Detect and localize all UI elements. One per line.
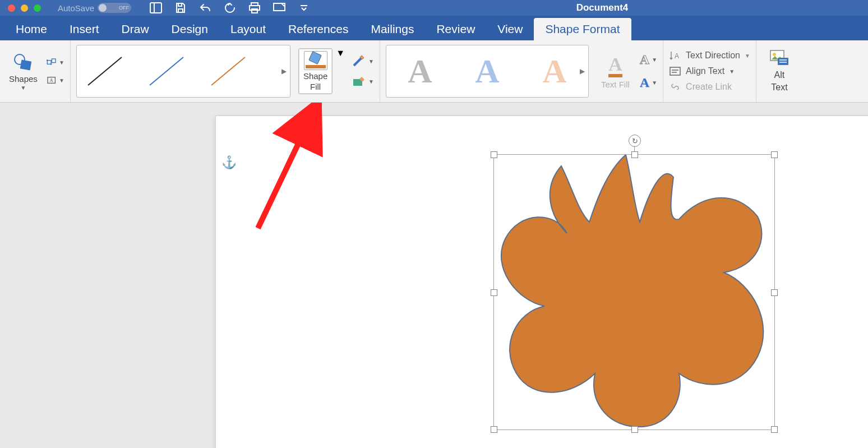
svg-text:A: A bbox=[50, 78, 53, 83]
alt-text-label-1: Alt bbox=[774, 70, 785, 80]
svg-rect-0 bbox=[150, 3, 161, 13]
shape-outline-button[interactable]: ▼ bbox=[352, 54, 374, 68]
window-zoom-button[interactable] bbox=[34, 4, 41, 12]
shape-fill-button[interactable]: Shape Fill bbox=[298, 48, 333, 95]
wordart-preset-1[interactable]: A bbox=[408, 52, 432, 91]
group-accessibility: Alt Text bbox=[756, 40, 802, 102]
page[interactable]: ⚓ ↻ bbox=[216, 116, 868, 448]
tab-shape-format[interactable]: Shape Format bbox=[534, 18, 631, 40]
alt-text-button[interactable]: Alt Text bbox=[762, 50, 797, 93]
tab-design[interactable]: Design bbox=[160, 18, 219, 40]
resize-handle-tm[interactable] bbox=[631, 151, 638, 158]
qat-more-icon[interactable] bbox=[297, 1, 311, 15]
chevron-down-icon: ▼ bbox=[652, 80, 657, 86]
group-shape-styles: ▶ Shape Fill ▼ ▼ ▼ bbox=[71, 40, 380, 102]
align-text-icon bbox=[669, 66, 681, 76]
shape-fill-label-1: Shape bbox=[303, 71, 327, 81]
chevron-down-icon: ▼ bbox=[368, 58, 374, 64]
shapes-icon bbox=[12, 52, 34, 73]
text-direction-button[interactable]: A Text Direction ▼ bbox=[669, 50, 750, 61]
freeform-shape[interactable] bbox=[494, 155, 774, 429]
chevron-down-icon: ▼ bbox=[20, 85, 26, 91]
resize-handle-bm[interactable] bbox=[631, 426, 638, 433]
svg-line-19 bbox=[211, 57, 245, 85]
ribbon-tabs: Home Insert Draw Design Layout Reference… bbox=[0, 16, 868, 40]
autosave-switch[interactable]: OFF bbox=[98, 3, 131, 13]
resize-handle-tr[interactable] bbox=[771, 151, 778, 158]
autosave-toggle[interactable]: AutoSave OFF bbox=[58, 3, 131, 13]
window-minimize-button[interactable] bbox=[21, 4, 28, 12]
text-outline-icon: A bbox=[640, 52, 649, 67]
svg-rect-10 bbox=[20, 60, 32, 71]
chevron-down-icon: ▼ bbox=[368, 78, 374, 85]
style-preset-3[interactable] bbox=[206, 52, 251, 91]
document-title: Document4 bbox=[576, 2, 629, 13]
shape-selection[interactable]: ↻ bbox=[493, 154, 775, 430]
tab-references[interactable]: References bbox=[277, 18, 359, 40]
alt-text-label-2: Text bbox=[771, 82, 787, 93]
svg-rect-27 bbox=[778, 58, 788, 65]
svg-point-26 bbox=[773, 53, 776, 56]
svg-rect-2 bbox=[178, 9, 183, 12]
rotate-handle[interactable]: ↻ bbox=[629, 135, 641, 147]
document-area[interactable]: ⚓ ↻ bbox=[0, 103, 868, 448]
text-fill-button[interactable]: A Text Fill bbox=[597, 54, 634, 89]
svg-point-13 bbox=[47, 59, 48, 61]
wordart-preset-3[interactable]: A bbox=[542, 52, 566, 91]
tab-home[interactable]: Home bbox=[4, 18, 58, 40]
chevron-down-icon: ▼ bbox=[652, 57, 657, 63]
tab-view[interactable]: View bbox=[486, 18, 534, 40]
tab-review[interactable]: Review bbox=[425, 18, 486, 40]
create-link-label: Create Link bbox=[686, 82, 732, 92]
gallery-more-icon[interactable]: ▶ bbox=[281, 67, 287, 75]
shapes-button[interactable]: Shapes ▼ bbox=[6, 49, 41, 93]
align-text-button[interactable]: Align Text ▼ bbox=[669, 66, 750, 76]
print-icon[interactable] bbox=[248, 1, 261, 15]
group-insert-shapes: Shapes ▼ ▼ A ▼ bbox=[0, 40, 71, 102]
resize-handle-mr[interactable] bbox=[771, 289, 778, 296]
anchor-icon: ⚓ bbox=[221, 155, 237, 170]
tab-mailings[interactable]: Mailings bbox=[359, 18, 425, 40]
link-icon bbox=[669, 82, 681, 92]
resize-handle-bl[interactable] bbox=[491, 426, 497, 433]
align-text-label: Align Text bbox=[686, 66, 724, 76]
shapes-label: Shapes bbox=[9, 74, 38, 84]
wordart-preset-2[interactable]: A bbox=[475, 52, 499, 91]
svg-rect-12 bbox=[52, 59, 56, 63]
wordart-gallery[interactable]: A A A ▶ bbox=[386, 45, 589, 98]
quick-access-toolbar bbox=[149, 1, 311, 15]
resize-handle-tl[interactable] bbox=[491, 151, 497, 158]
tab-layout[interactable]: Layout bbox=[219, 18, 277, 40]
group-wordart-styles: A A A ▶ A Text Fill A ▼ A ▼ bbox=[380, 40, 663, 102]
text-outline-button[interactable]: A ▼ bbox=[640, 52, 657, 67]
style-preset-1[interactable] bbox=[82, 52, 127, 91]
text-box-button[interactable]: A ▼ bbox=[47, 73, 64, 87]
tab-draw[interactable]: Draw bbox=[110, 18, 160, 40]
paint-bucket-icon bbox=[304, 51, 327, 70]
create-link-button[interactable]: Create Link bbox=[669, 82, 750, 92]
resize-handle-ml[interactable] bbox=[491, 289, 497, 296]
resize-handle-br[interactable] bbox=[771, 426, 778, 433]
tab-insert[interactable]: Insert bbox=[58, 18, 110, 40]
text-effects-icon: A bbox=[640, 75, 649, 90]
qat-customize-icon[interactable] bbox=[273, 1, 286, 15]
text-direction-icon: A bbox=[669, 50, 681, 61]
style-preset-2[interactable] bbox=[144, 52, 189, 91]
svg-line-17 bbox=[88, 57, 122, 85]
autosave-state: OFF bbox=[119, 5, 129, 11]
text-effects-button[interactable]: A ▼ bbox=[640, 75, 657, 90]
chevron-down-icon[interactable]: ▼ bbox=[336, 48, 345, 58]
shape-styles-gallery[interactable]: ▶ bbox=[76, 45, 290, 98]
redo-icon[interactable] bbox=[223, 1, 237, 15]
svg-line-18 bbox=[150, 57, 183, 85]
gallery-more-icon[interactable]: ▶ bbox=[580, 67, 585, 75]
shape-fill-label-2: Fill bbox=[310, 82, 321, 91]
shape-effects-button[interactable]: ▼ bbox=[352, 75, 374, 88]
save-icon[interactable] bbox=[174, 1, 187, 15]
edit-shape-button[interactable]: ▼ bbox=[47, 56, 64, 69]
window-close-button[interactable] bbox=[8, 4, 15, 12]
chevron-down-icon: ▼ bbox=[729, 68, 735, 75]
qat-template-icon[interactable] bbox=[149, 1, 163, 15]
undo-icon[interactable] bbox=[198, 1, 212, 15]
chevron-down-icon: ▼ bbox=[59, 59, 64, 66]
